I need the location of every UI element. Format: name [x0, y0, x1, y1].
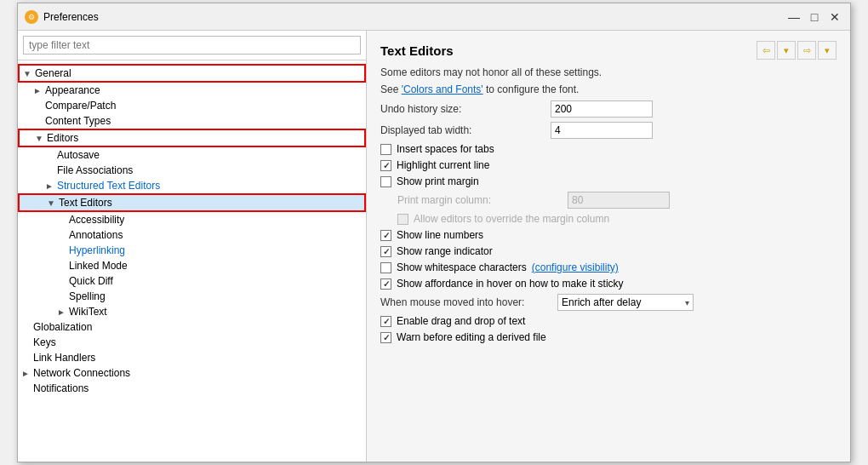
- tree-label-file-associations: File Associations: [57, 164, 133, 176]
- configure-visibility-link[interactable]: (configure visibility): [532, 261, 619, 273]
- tree-item-spelling[interactable]: Spelling: [18, 289, 366, 304]
- font-info: See 'Colors and Fonts' to configure the …: [380, 83, 837, 95]
- show-line-numbers-row: ✓ Show line numbers: [380, 229, 837, 241]
- print-margin-label: Print margin column:: [397, 194, 568, 206]
- tree-item-wikitext[interactable]: ►WikiText: [18, 304, 366, 319]
- show-line-numbers-checkbox[interactable]: ✓: [380, 230, 391, 241]
- preferences-window: ⚙ Preferences — □ ✕ ▼General►AppearanceC…: [17, 3, 851, 462]
- mouse-hover-label: When mouse moved into hover:: [380, 296, 551, 308]
- tree-item-accessibility[interactable]: Accessibility: [18, 212, 366, 227]
- tree-item-autosave[interactable]: Autosave: [18, 147, 366, 163]
- filter-box: [18, 31, 366, 60]
- title-bar-left: ⚙ Preferences: [25, 10, 99, 24]
- undo-label: Undo history size:: [380, 103, 551, 115]
- allow-override-checkbox: [397, 214, 408, 225]
- tree-item-notifications[interactable]: Notifications: [18, 381, 366, 396]
- main-content: ▼General►AppearanceCompare/PatchContent …: [18, 31, 850, 462]
- tree-arrow-general: ▼: [23, 69, 33, 78]
- insert-spaces-checkbox[interactable]: [380, 144, 391, 155]
- minimize-button[interactable]: —: [785, 9, 802, 26]
- drag-drop-checkbox[interactable]: ✓: [380, 316, 391, 327]
- nav-arrows: ⇦ ▾ ⇨ ▾: [757, 41, 837, 60]
- show-range-indicator-row: ✓ Show range indicator: [380, 245, 837, 257]
- tree-item-network-connections[interactable]: ►Network Connections: [18, 365, 366, 381]
- tree-label-compare-patch: Compare/Patch: [45, 100, 116, 112]
- tree-item-annotations[interactable]: Annotations: [18, 227, 366, 243]
- tree-label-spelling: Spelling: [69, 290, 106, 302]
- tree-label-structured-text-editors: Structured Text Editors: [57, 180, 160, 192]
- tree-label-accessibility: Accessibility: [69, 214, 124, 226]
- warn-derived-checkbox[interactable]: ✓: [380, 332, 391, 343]
- tree-label-editors: Editors: [47, 132, 78, 144]
- info-text: Some editors may not honor all of these …: [380, 66, 837, 78]
- mouse-hover-dropdown[interactable]: Enrich after delay ▾: [557, 294, 694, 311]
- colors-fonts-link[interactable]: 'Colors and Fonts': [402, 83, 483, 95]
- filter-input[interactable]: [23, 36, 361, 55]
- forward-dropdown[interactable]: ▾: [818, 41, 837, 60]
- show-affordance-checkbox[interactable]: ✓: [380, 278, 391, 290]
- show-range-indicator-checkbox[interactable]: ✓: [380, 246, 391, 257]
- undo-input[interactable]: [551, 100, 653, 118]
- right-panel: Text Editors ⇦ ▾ ⇨ ▾ Some editors may no…: [367, 31, 850, 462]
- back-button[interactable]: ⇦: [757, 41, 775, 60]
- show-print-margin-checkbox[interactable]: [380, 176, 391, 187]
- forward-button[interactable]: ⇨: [797, 41, 816, 60]
- undo-history-row: Undo history size:: [380, 100, 837, 118]
- tree-item-editors[interactable]: ▼Editors: [18, 129, 366, 147]
- tree-item-hyperlinking[interactable]: Hyperlinking: [18, 243, 366, 258]
- tree-label-quick-diff: Quick Diff: [69, 275, 113, 287]
- highlight-line-checkbox[interactable]: ✓: [380, 160, 391, 171]
- tree-item-link-handlers[interactable]: Link Handlers: [18, 350, 366, 365]
- insert-spaces-label: Insert spaces for tabs: [397, 143, 494, 155]
- title-bar: ⚙ Preferences — □ ✕: [18, 3, 850, 31]
- font-prefix: See: [380, 83, 402, 95]
- tree-label-network-connections: Network Connections: [33, 367, 130, 379]
- tree-item-appearance[interactable]: ►Appearance: [18, 83, 366, 98]
- tree-item-general[interactable]: ▼General: [18, 64, 366, 83]
- show-affordance-label: Show affordance in hover on how to make …: [397, 278, 624, 290]
- tree-label-globalization: Globalization: [33, 321, 92, 333]
- subtitle: Some editors may not honor all of these …: [380, 66, 602, 78]
- panel-title: Text Editors: [380, 43, 454, 58]
- maximize-button[interactable]: □: [806, 9, 823, 26]
- tree-label-keys: Keys: [33, 336, 56, 348]
- back-dropdown[interactable]: ▾: [777, 41, 796, 60]
- tab-input[interactable]: [551, 122, 653, 139]
- close-button[interactable]: ✕: [826, 9, 843, 26]
- left-panel: ▼General►AppearanceCompare/PatchContent …: [18, 31, 367, 462]
- tree-item-content-types[interactable]: Content Types: [18, 113, 366, 129]
- insert-spaces-row: Insert spaces for tabs: [380, 143, 837, 155]
- show-line-numbers-label: Show line numbers: [397, 229, 483, 241]
- tree-arrow-structured-text-editors: ►: [45, 181, 55, 191]
- tree-container: ▼General►AppearanceCompare/PatchContent …: [18, 60, 366, 462]
- show-whitespace-label: Show whitespace characters: [397, 261, 527, 273]
- window-icon: ⚙: [25, 10, 38, 24]
- tree-item-file-associations[interactable]: File Associations: [18, 163, 366, 178]
- tree-item-globalization[interactable]: Globalization: [18, 319, 366, 335]
- tree-label-text-editors: Text Editors: [59, 197, 112, 209]
- allow-override-label: Allow editors to override the margin col…: [414, 213, 609, 225]
- tree-item-quick-diff[interactable]: Quick Diff: [18, 273, 366, 289]
- tree-item-linked-mode[interactable]: Linked Mode: [18, 258, 366, 273]
- warn-derived-row: ✓ Warn before editing a derived file: [380, 331, 837, 343]
- tree-arrow-appearance: ►: [33, 86, 43, 95]
- mouse-hover-value: Enrich after delay: [562, 296, 641, 308]
- window-controls: — □ ✕: [785, 9, 843, 26]
- tree-item-keys[interactable]: Keys: [18, 335, 366, 350]
- allow-override-row: Allow editors to override the margin col…: [397, 213, 837, 225]
- tab-width-row: Displayed tab width:: [380, 122, 837, 139]
- tree-item-structured-text-editors[interactable]: ►Structured Text Editors: [18, 178, 366, 193]
- tree-arrow-network-connections: ►: [21, 369, 31, 378]
- print-margin-input: [568, 192, 670, 209]
- tree-arrow-editors: ▼: [35, 134, 45, 143]
- show-whitespace-checkbox[interactable]: [380, 262, 391, 273]
- tab-label: Displayed tab width:: [380, 124, 551, 136]
- warn-derived-label: Warn before editing a derived file: [397, 331, 546, 343]
- tree-label-linked-mode: Linked Mode: [69, 260, 128, 272]
- tree-item-text-editors[interactable]: ▼Text Editors: [18, 193, 366, 212]
- show-whitespace-row: Show whitespace characters (configure vi…: [380, 261, 837, 273]
- tree-item-compare-patch[interactable]: Compare/Patch: [18, 98, 366, 113]
- drag-drop-label: Enable drag and drop of text: [397, 315, 525, 327]
- tree-label-content-types: Content Types: [45, 115, 111, 127]
- tree-label-annotations: Annotations: [69, 229, 123, 241]
